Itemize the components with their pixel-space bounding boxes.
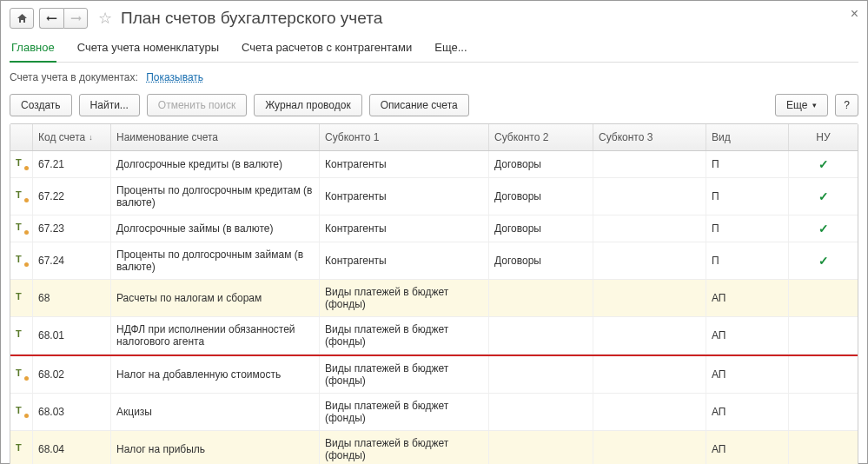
account-icon — [16, 369, 27, 380]
home-button[interactable] — [10, 8, 34, 29]
row-sk3 — [593, 356, 706, 393]
col-subkonto1[interactable]: Субконто 1 — [320, 124, 489, 150]
row-icon-cell — [10, 394, 33, 430]
row-sk1: Виды платежей в бюджет (фонды) — [320, 317, 489, 354]
journal-button[interactable]: Журнал проводок — [254, 94, 362, 116]
row-name: Акцизы — [111, 394, 320, 430]
row-icon-cell — [10, 280, 33, 316]
row-name: Налог на добавленную стоимость — [111, 356, 320, 393]
cancel-search-button[interactable]: Отменить поиск — [147, 94, 247, 116]
row-sk2 — [489, 394, 593, 430]
window: × 🠔 🠖 ☆ План счетов бухгалтерского учета… — [0, 0, 868, 464]
accounts-grid: Код счета ↓ Наименование счета Субконто … — [10, 123, 858, 464]
col-code[interactable]: Код счета ↓ — [33, 124, 111, 150]
row-sk2 — [489, 280, 593, 316]
row-name: НДФЛ при исполнении обязанностей налогов… — [111, 317, 320, 354]
table-row[interactable]: 68.01НДФЛ при исполнении обязанностей на… — [10, 317, 858, 355]
row-sk1: Контрагенты — [320, 178, 489, 215]
tab-more[interactable]: Еще... — [433, 37, 468, 62]
tabs: Главное Счета учета номенклатуры Счета р… — [10, 37, 858, 63]
col-nu[interactable]: НУ — [789, 124, 858, 150]
row-sk2: Договоры — [489, 151, 593, 177]
create-button[interactable]: Создать — [10, 94, 72, 116]
row-nu — [789, 280, 858, 316]
row-code: 67.23 — [33, 215, 111, 242]
row-sk2: Договоры — [489, 178, 593, 215]
sort-down-icon: ↓ — [89, 133, 93, 142]
row-vid: АП — [706, 431, 789, 464]
row-vid: АП — [706, 280, 789, 316]
row-vid: П — [706, 178, 789, 215]
row-sk1: Контрагенты — [320, 151, 489, 177]
col-name[interactable]: Наименование счета — [111, 124, 320, 150]
docs-accounts-row: Счета учета в документах: Показывать — [10, 71, 858, 83]
row-nu: ✓ — [789, 178, 858, 215]
row-sk1: Виды платежей в бюджет (фонды) — [320, 394, 489, 430]
table-row[interactable]: 68.03АкцизыВиды платежей в бюджет (фонды… — [10, 394, 858, 431]
find-button[interactable]: Найти... — [79, 94, 140, 116]
account-icon — [16, 191, 27, 202]
row-vid: П — [706, 242, 789, 279]
row-nu — [789, 394, 858, 430]
row-sk3 — [593, 215, 706, 242]
page-title: План счетов бухгалтерского учета — [121, 9, 382, 28]
row-vid: АП — [706, 317, 789, 354]
table-row[interactable]: 67.21Долгосрочные кредиты (в валюте)Конт… — [10, 151, 858, 178]
table-row[interactable]: 68.02Налог на добавленную стоимостьВиды … — [10, 355, 858, 394]
table-row[interactable]: 68Расчеты по налогам и сборамВиды платеж… — [10, 280, 858, 317]
row-icon-cell — [10, 431, 33, 464]
topbar: 🠔 🠖 ☆ План счетов бухгалтерского учета — [10, 8, 858, 29]
col-icon[interactable] — [10, 124, 33, 150]
grid-header: Код счета ↓ Наименование счета Субконто … — [10, 124, 858, 151]
row-nu: ✓ — [789, 242, 858, 279]
table-row[interactable]: 67.22Проценты по долгосрочным кредитам (… — [10, 178, 858, 215]
back-button[interactable]: 🠔 — [39, 8, 63, 29]
row-icon-cell — [10, 356, 33, 393]
row-sk3 — [593, 394, 706, 430]
show-link[interactable]: Показывать — [146, 71, 203, 83]
account-icon — [16, 159, 27, 169]
row-icon-cell — [10, 317, 33, 354]
row-code: 68.04 — [33, 431, 111, 464]
row-code: 67.21 — [33, 151, 111, 177]
row-sk2: Договоры — [489, 242, 593, 279]
row-vid: П — [706, 215, 789, 242]
tab-main[interactable]: Главное — [10, 37, 56, 63]
account-icon — [16, 407, 27, 417]
row-icon-cell — [10, 151, 33, 177]
row-sk1: Виды платежей в бюджет (фонды) — [320, 280, 489, 316]
row-sk2 — [489, 431, 593, 464]
row-icon-cell — [10, 242, 33, 279]
col-subkonto2[interactable]: Субконто 2 — [489, 124, 593, 150]
col-subkonto3[interactable]: Субконто 3 — [593, 124, 706, 150]
more-button[interactable]: Еще — [775, 94, 828, 116]
row-vid: П — [706, 151, 789, 177]
row-sk3 — [593, 151, 706, 177]
help-button[interactable]: ? — [835, 94, 858, 116]
grid-body: 67.21Долгосрочные кредиты (в валюте)Конт… — [10, 151, 858, 464]
row-name: Проценты по долгосрочным кредитам (в вал… — [111, 178, 320, 215]
row-sk3 — [593, 178, 706, 215]
forward-button[interactable]: 🠖 — [63, 8, 88, 29]
row-code: 68.01 — [33, 317, 111, 354]
row-sk2 — [489, 356, 593, 393]
row-name: Долгосрочные кредиты (в валюте) — [111, 151, 320, 177]
row-vid: АП — [706, 394, 789, 430]
row-sk3 — [593, 317, 706, 354]
row-code: 67.22 — [33, 178, 111, 215]
col-vid[interactable]: Вид — [706, 124, 789, 150]
row-sk1: Контрагенты — [320, 242, 489, 279]
table-row[interactable]: 67.24Проценты по долгосрочным займам (в … — [10, 242, 858, 280]
tab-nomenclature[interactable]: Счета учета номенклатуры — [76, 37, 221, 62]
account-icon — [16, 223, 27, 234]
description-button[interactable]: Описание счета — [369, 94, 469, 116]
tab-counterparties[interactable]: Счета расчетов с контрагентами — [240, 37, 414, 62]
table-row[interactable]: 68.04Налог на прибыльВиды платежей в бюд… — [10, 431, 858, 464]
row-sk3 — [593, 242, 706, 279]
table-row[interactable]: 67.23Долгосрочные займы (в валюте)Контра… — [10, 215, 858, 242]
row-sk1: Контрагенты — [320, 215, 489, 242]
row-icon-cell — [10, 215, 33, 242]
favorite-icon[interactable]: ☆ — [98, 9, 112, 28]
toolbar: Создать Найти... Отменить поиск Журнал п… — [10, 94, 858, 116]
close-icon[interactable]: × — [851, 6, 858, 22]
